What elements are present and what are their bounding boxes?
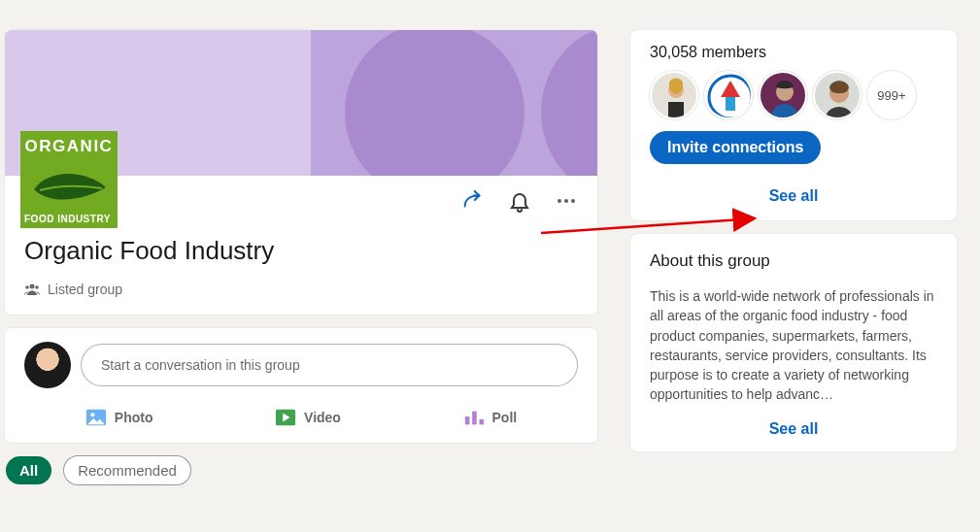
members-count: 30,058 members (650, 44, 937, 61)
member-avatars: 999+ (650, 71, 937, 119)
poll-button[interactable]: Poll (454, 402, 527, 433)
photo-button[interactable]: Photo (76, 402, 163, 433)
member-avatar-1[interactable] (650, 71, 698, 119)
photo-label: Photo (115, 410, 153, 425)
see-all-members-link[interactable]: See all (650, 187, 937, 205)
feed-filter-row: All Recommended (4, 455, 598, 485)
video-icon (275, 408, 296, 427)
group-icon (24, 283, 40, 296)
user-avatar[interactable] (24, 342, 71, 388)
member-avatar-4[interactable] (813, 71, 862, 119)
leaf-icon (28, 168, 110, 203)
listed-text: Listed group (48, 282, 122, 297)
group-header-card: ORGANIC FOOD INDUSTRY (4, 29, 598, 316)
video-label: Video (304, 410, 341, 425)
more-icon[interactable] (555, 189, 578, 213)
group-logo: ORGANIC FOOD INDUSTRY (20, 131, 118, 228)
svg-rect-10 (472, 412, 477, 425)
listed-group-label: Listed group (24, 282, 578, 297)
group-title: Organic Food Industry (24, 236, 578, 266)
svg-rect-13 (668, 102, 684, 119)
about-card: About this group This is a world-wide ne… (629, 233, 958, 452)
svg-rect-9 (464, 416, 469, 424)
svg-point-7 (90, 413, 94, 416)
svg-point-2 (571, 199, 575, 203)
poll-label: Poll (492, 410, 518, 425)
photo-icon (85, 408, 107, 427)
see-all-about-link[interactable]: See all (650, 420, 937, 438)
svg-point-5 (35, 285, 39, 289)
start-conversation-input[interactable]: Start a conversation in this group (81, 344, 578, 386)
share-icon[interactable] (459, 190, 485, 212)
svg-rect-15 (726, 97, 735, 111)
video-button[interactable]: Video (265, 402, 351, 433)
svg-point-4 (25, 285, 29, 289)
svg-rect-11 (479, 419, 484, 425)
start-conversation-card: Start a conversation in this group Photo… (4, 327, 598, 444)
members-card: 30,058 members 999+ Invite connections S… (629, 29, 958, 221)
svg-point-3 (30, 284, 35, 289)
filter-all[interactable]: All (6, 456, 51, 484)
logo-text-top: ORGANIC (24, 137, 114, 156)
about-body: This is a world-wide network of professi… (650, 286, 937, 405)
logo-text-bottom: FOOD INDUSTRY (24, 214, 114, 224)
invite-connections-button[interactable]: Invite connections (650, 131, 821, 164)
member-overflow-count[interactable]: 999+ (867, 71, 916, 119)
bell-icon[interactable] (508, 189, 531, 213)
filter-recommended[interactable]: Recommended (63, 455, 191, 485)
svg-point-0 (558, 199, 561, 203)
svg-point-1 (564, 199, 568, 203)
member-avatar-3[interactable] (759, 71, 807, 119)
member-avatar-2[interactable] (704, 71, 753, 119)
poll-icon (463, 408, 485, 427)
about-title: About this group (650, 251, 937, 271)
